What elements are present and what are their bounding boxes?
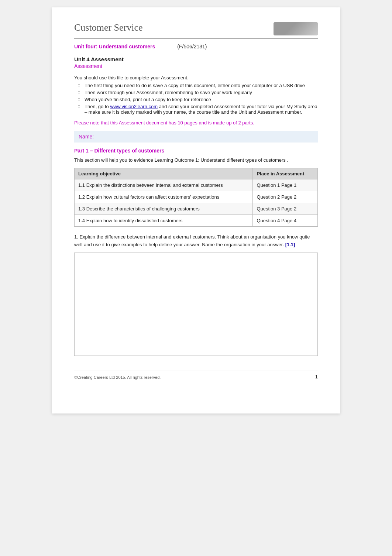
intro-bullets: The first thing you need to do is save a… (78, 83, 318, 115)
page-header: Customer Service (74, 22, 318, 39)
assessment-sub: Assessment (74, 63, 318, 69)
bullet-3: When you've finished, print out a copy t… (78, 97, 318, 102)
note-line: Please note that this Assessment documen… (74, 120, 318, 126)
objective-4: 1.4 Explain how to identify dissatisfied… (75, 215, 253, 227)
logo (274, 22, 318, 35)
page-title: Customer Service (74, 22, 143, 33)
name-box: Name: (74, 131, 318, 143)
answer-area[interactable] (74, 253, 318, 356)
table-row: 1.3 Describe the characteristics of chal… (75, 203, 318, 215)
place-1: Question 1 Page 1 (253, 179, 318, 191)
col-objective: Learning objective (75, 168, 253, 179)
name-label: Name: (79, 134, 94, 140)
table-row: 1.4 Explain how to identify dissatisfied… (75, 215, 318, 227)
logo-image (274, 22, 318, 35)
intro-main: You should use this file to complete you… (74, 75, 318, 80)
question-1-block: 1. Explain the difference between intern… (74, 233, 318, 249)
bullet-4: Then, go to www.vision2learn.com and sen… (78, 104, 318, 115)
place-2: Question 2 Page 2 (253, 191, 318, 203)
place-3: Question 3 Page 2 (253, 203, 318, 215)
table-row: 1.2 Explain how cultural factors can aff… (75, 191, 318, 203)
learning-objectives-table: Learning objective Place in Assessment 1… (74, 168, 318, 227)
place-4: Question 4 Page 4 (253, 215, 318, 227)
page-number: 1 (315, 374, 318, 380)
bullet-2: Then work through your Assessment, remem… (78, 90, 318, 95)
objective-2: 1.2 Explain how cultural factors can aff… (75, 191, 253, 203)
question-1-ref: [1.1] (285, 242, 295, 247)
unit-title: Unit four: Understand customers (74, 44, 155, 49)
part1-heading: Part 1 – Different types of customers (74, 148, 318, 154)
unit-code: (F/506/2131) (177, 44, 207, 49)
question-1-text: 1. Explain the difference between intern… (74, 234, 310, 247)
part1-intro: This section will help you to evidence L… (74, 157, 318, 163)
col-place: Place in Assessment (253, 168, 318, 179)
page: Customer Service Unit four: Understand c… (52, 7, 340, 413)
assessment-heading: Unit 4 Assessment (74, 56, 318, 62)
bullet-1: The first thing you need to do is save a… (78, 83, 318, 88)
table-row: 1.1 Explain the distinctions between int… (75, 179, 318, 191)
unit-line: Unit four: Understand customers (F/506/2… (74, 44, 318, 49)
objective-3: 1.3 Describe the characteristics of chal… (75, 203, 253, 215)
bullet-4-pre: Then, go to (85, 104, 110, 109)
objective-1: 1.1 Explain the distinctions between int… (75, 179, 253, 191)
copyright: ©Creating Careers Ltd 2015. All rights r… (74, 375, 161, 380)
vision2learn-link[interactable]: www.vision2learn.com (110, 104, 158, 109)
page-footer: ©Creating Careers Ltd 2015. All rights r… (74, 371, 318, 380)
